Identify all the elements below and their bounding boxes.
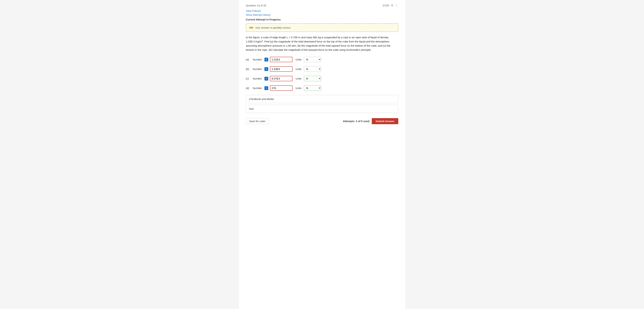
number-label-d: Number [253, 86, 262, 90]
answer-label-d: (d) [246, 86, 251, 90]
partial-correct-text: Your answer is partially correct. [255, 26, 291, 29]
show-attempt-history-link[interactable]: Show Attempt History [246, 13, 398, 16]
info-button-a[interactable]: i [264, 58, 268, 62]
number-input-a[interactable] [270, 57, 292, 62]
units-label-a: Units [296, 58, 302, 61]
info-button-b[interactable]: i [264, 67, 268, 71]
number-input-c[interactable] [270, 76, 292, 81]
attempts-text: Attempts: 2 of 5 used [343, 120, 369, 123]
units-select-a[interactable]: NkNlbf [304, 57, 321, 62]
number-label-c: Number [253, 77, 262, 80]
units-label-b: Units [296, 68, 302, 70]
number-label-b: Number [253, 68, 262, 70]
partial-icon: — [249, 27, 253, 28]
units-select-b[interactable]: NkNlbf [304, 66, 321, 72]
number-input-d[interactable] [270, 86, 292, 91]
units-select-c[interactable]: NkNlbf [304, 76, 321, 81]
list-icon[interactable]: ≡ [391, 4, 393, 7]
answer-label-a: (a) [246, 58, 251, 61]
units-select-d[interactable]: NkNlbf [304, 86, 321, 91]
answer-row-a: (a)NumberiUnitsNkNlbf [246, 57, 398, 62]
answer-row-b: (b)NumberiUnitsNkNlbf [246, 66, 398, 72]
view-policies-link[interactable]: View Policies [246, 9, 398, 12]
info-button-c[interactable]: i [264, 77, 268, 80]
question-text: In the figure, a cube of edge length L =… [246, 35, 398, 52]
save-later-button[interactable]: Save for Later [246, 118, 269, 124]
progress-indicator: 27/25 [382, 4, 389, 7]
units-label-c: Units [296, 77, 302, 80]
answer-row-d: (d)NumberiUnitsNkNlbf [246, 86, 398, 91]
question-nav: Question 14 of 25 [246, 4, 266, 7]
number-input-b[interactable] [270, 66, 292, 72]
bottom-bar: Save for Later Attempts: 2 of 5 used Sub… [246, 116, 398, 124]
answer-row-c: (c)NumberiUnitsNkNlbf [246, 76, 398, 81]
etextbook-section[interactable]: eTextbook and Media [246, 95, 398, 103]
more-icon[interactable]: ⋮ [395, 4, 398, 7]
answer-label-b: (b) [246, 68, 251, 70]
units-label-d: Units [296, 86, 302, 90]
number-label-a: Number [253, 58, 262, 61]
partial-correct-box: — Your answer is partially correct. [246, 24, 398, 32]
hint-section[interactable]: Hint [246, 105, 398, 113]
answer-label-c: (c) [246, 77, 251, 80]
submit-answer-button[interactable]: Submit Answer [372, 118, 398, 124]
current-attempt-label: Current Attempt in Progress [246, 18, 398, 21]
info-button-d[interactable]: i [264, 86, 268, 90]
